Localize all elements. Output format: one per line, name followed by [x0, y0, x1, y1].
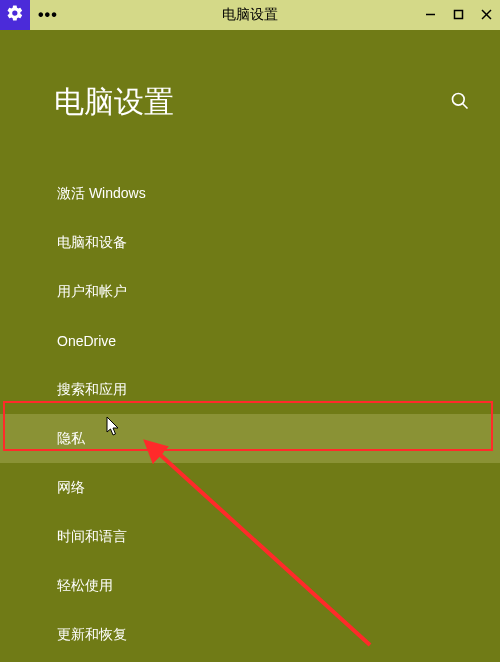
nav-item-label: 网络: [57, 479, 85, 497]
svg-point-4: [453, 93, 465, 105]
header-row: 电脑设置: [0, 30, 500, 123]
nav-item-privacy[interactable]: 隐私: [0, 414, 500, 463]
nav-item-activate-windows[interactable]: 激活 Windows: [0, 169, 500, 218]
nav-item-label: 用户和帐户: [57, 283, 127, 301]
search-icon: [450, 97, 470, 114]
search-button[interactable]: [450, 91, 470, 115]
nav-item-label: 激活 Windows: [57, 185, 146, 203]
close-icon: [481, 6, 492, 24]
titlebar-left: •••: [0, 0, 66, 30]
nav-item-label: 更新和恢复: [57, 626, 127, 644]
maximize-button[interactable]: [444, 0, 472, 30]
svg-line-5: [463, 103, 468, 108]
nav-item-label: 轻松使用: [57, 577, 113, 595]
page-title: 电脑设置: [54, 82, 174, 123]
nav-item-search-and-apps[interactable]: 搜索和应用: [0, 365, 500, 414]
nav-list: 激活 Windows 电脑和设备 用户和帐户 OneDrive 搜索和应用 隐私…: [0, 169, 500, 659]
nav-item-label: 隐私: [57, 430, 85, 448]
close-button[interactable]: [472, 0, 500, 30]
more-button[interactable]: •••: [30, 0, 66, 30]
nav-item-network[interactable]: 网络: [0, 463, 500, 512]
nav-item-label: 搜索和应用: [57, 381, 127, 399]
app-icon: [0, 0, 30, 30]
nav-item-pc-and-devices[interactable]: 电脑和设备: [0, 218, 500, 267]
nav-item-accounts[interactable]: 用户和帐户: [0, 267, 500, 316]
nav-item-label: 时间和语言: [57, 528, 127, 546]
nav-item-time-and-language[interactable]: 时间和语言: [0, 512, 500, 561]
titlebar: ••• 电脑设置: [0, 0, 500, 30]
minimize-icon: [425, 6, 436, 24]
nav-item-label: OneDrive: [57, 333, 116, 349]
minimize-button[interactable]: [416, 0, 444, 30]
nav-item-label: 电脑和设备: [57, 234, 127, 252]
nav-item-onedrive[interactable]: OneDrive: [0, 316, 500, 365]
content: 电脑设置 激活 Windows 电脑和设备 用户和帐户 OneDrive 搜索和…: [0, 30, 500, 659]
svg-rect-1: [454, 11, 462, 19]
gear-icon: [6, 4, 24, 26]
nav-item-update-and-recovery[interactable]: 更新和恢复: [0, 610, 500, 659]
window-controls: [416, 0, 500, 30]
nav-item-ease-of-access[interactable]: 轻松使用: [0, 561, 500, 610]
maximize-icon: [453, 6, 464, 24]
